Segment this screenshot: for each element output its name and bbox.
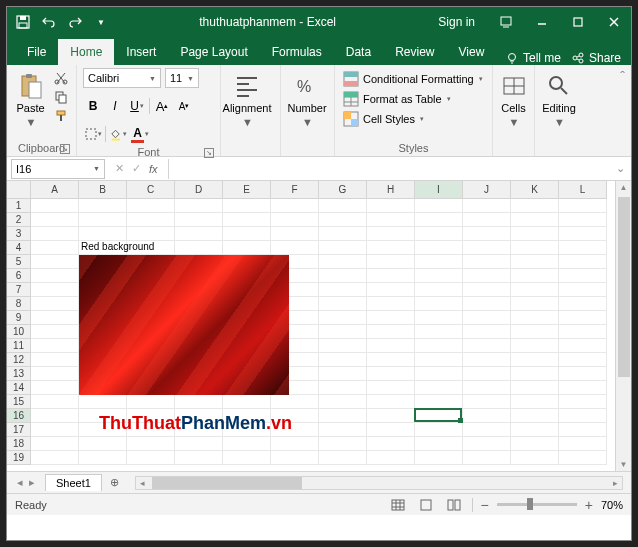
cell[interactable] [415, 325, 463, 339]
cell[interactable] [415, 367, 463, 381]
column-header[interactable]: H [367, 181, 415, 199]
cell[interactable] [31, 381, 79, 395]
row-header[interactable]: 6 [7, 269, 31, 283]
underline-button[interactable]: U▾ [127, 96, 147, 116]
cell[interactable] [319, 255, 367, 269]
cell[interactable] [31, 367, 79, 381]
cell[interactable] [319, 423, 367, 437]
sheet-nav-prev-icon[interactable]: ◂ [17, 476, 23, 489]
cell[interactable] [511, 409, 559, 423]
cell[interactable] [319, 311, 367, 325]
cell[interactable] [31, 409, 79, 423]
ribbon-options-icon[interactable] [489, 7, 523, 37]
row-header[interactable]: 15 [7, 395, 31, 409]
row-header[interactable]: 9 [7, 311, 31, 325]
cell[interactable] [367, 325, 415, 339]
tab-home[interactable]: Home [58, 39, 114, 65]
cell[interactable] [79, 395, 127, 409]
cell[interactable] [127, 395, 175, 409]
cell[interactable] [127, 213, 175, 227]
cell[interactable] [463, 381, 511, 395]
cell[interactable] [319, 451, 367, 465]
cell[interactable] [415, 255, 463, 269]
font-size-select[interactable]: 11▼ [165, 68, 199, 88]
cell[interactable] [415, 269, 463, 283]
cell[interactable] [463, 311, 511, 325]
cell[interactable] [271, 395, 319, 409]
fx-icon[interactable]: fx [149, 163, 158, 175]
cell[interactable] [415, 395, 463, 409]
dialog-launcher-icon[interactable]: ↘ [204, 148, 214, 158]
cell[interactable] [319, 283, 367, 297]
cell[interactable] [463, 199, 511, 213]
cell[interactable] [511, 339, 559, 353]
cell[interactable] [463, 409, 511, 423]
cell[interactable] [31, 213, 79, 227]
expand-formula-bar-icon[interactable]: ⌄ [610, 162, 631, 175]
embedded-image[interactable] [79, 255, 289, 395]
column-header[interactable]: C [127, 181, 175, 199]
cell[interactable] [367, 199, 415, 213]
cell[interactable] [319, 213, 367, 227]
cell[interactable] [223, 451, 271, 465]
cell[interactable] [127, 227, 175, 241]
cell[interactable] [511, 241, 559, 255]
cell[interactable] [31, 353, 79, 367]
cell[interactable] [367, 227, 415, 241]
cell-styles-button[interactable]: Cell Styles▾ [341, 110, 485, 128]
cell[interactable] [175, 437, 223, 451]
sheet-nav-next-icon[interactable]: ▸ [29, 476, 35, 489]
close-button[interactable] [597, 7, 631, 37]
column-header[interactable]: B [79, 181, 127, 199]
share-button[interactable]: Share [571, 51, 621, 65]
column-header[interactable]: L [559, 181, 607, 199]
cell[interactable] [511, 395, 559, 409]
tab-file[interactable]: File [15, 39, 58, 65]
row-header[interactable]: 12 [7, 353, 31, 367]
cell[interactable] [511, 311, 559, 325]
cell[interactable] [415, 283, 463, 297]
cell[interactable] [463, 269, 511, 283]
font-color-button[interactable]: A▾ [130, 124, 150, 144]
row-header[interactable]: 17 [7, 423, 31, 437]
zoom-level[interactable]: 70% [601, 499, 623, 511]
cell[interactable] [79, 451, 127, 465]
cell[interactable] [511, 227, 559, 241]
cut-button[interactable] [52, 70, 70, 86]
tellme-search[interactable]: Tell me [505, 51, 561, 65]
cell[interactable] [463, 283, 511, 297]
cell[interactable] [319, 409, 367, 423]
tab-review[interactable]: Review [383, 39, 446, 65]
cell[interactable] [463, 325, 511, 339]
cell[interactable] [367, 297, 415, 311]
cell[interactable] [511, 381, 559, 395]
cell[interactable] [511, 269, 559, 283]
redo-icon[interactable] [67, 14, 83, 30]
cell[interactable] [175, 199, 223, 213]
row-header[interactable]: 11 [7, 339, 31, 353]
cell[interactable] [271, 213, 319, 227]
cell[interactable] [463, 255, 511, 269]
cell[interactable] [127, 451, 175, 465]
cell[interactable] [223, 437, 271, 451]
signin-link[interactable]: Sign in [426, 15, 487, 29]
cell[interactable] [559, 325, 607, 339]
cell[interactable] [559, 311, 607, 325]
cell[interactable] [559, 381, 607, 395]
dialog-launcher-icon[interactable]: ↘ [60, 144, 70, 154]
cell[interactable] [559, 255, 607, 269]
worksheet-grid[interactable]: ABCDEFGHIJKL 123456789101112131415161718… [7, 181, 631, 471]
column-header[interactable]: F [271, 181, 319, 199]
cell[interactable] [511, 199, 559, 213]
qat-customize-icon[interactable]: ▼ [93, 14, 109, 30]
row-header[interactable]: 16 [7, 409, 31, 423]
cell[interactable] [31, 283, 79, 297]
cell[interactable] [559, 241, 607, 255]
row-header[interactable]: 13 [7, 367, 31, 381]
cell[interactable] [511, 213, 559, 227]
cell[interactable] [223, 227, 271, 241]
cell[interactable] [559, 367, 607, 381]
cell[interactable] [415, 311, 463, 325]
cell[interactable] [367, 395, 415, 409]
maximize-button[interactable] [561, 7, 595, 37]
